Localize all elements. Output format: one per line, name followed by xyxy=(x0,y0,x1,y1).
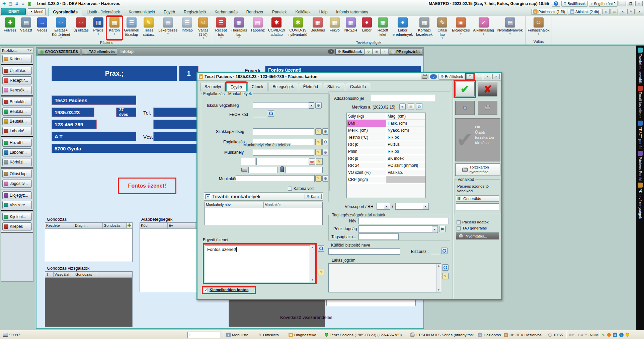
ribbon-button[interactable]: ▣ Előjegyzés▾ xyxy=(450,16,471,40)
dialog-restore-button[interactable]: ▫ xyxy=(484,74,491,79)
dialog-tab[interactable]: Életmód xyxy=(299,83,322,91)
menu-tab[interactable]: Kommunikáció xyxy=(124,8,159,16)
ribbon-button[interactable]: ✓ Alkalmasság▾ xyxy=(471,16,495,40)
ribbon-button[interactable]: ▦ Therápiás lap▾ xyxy=(229,16,249,40)
ribbon-button[interactable]: ☺ Váltás (1 fő)▾ xyxy=(195,16,211,40)
menu-button[interactable]: ▼Menü xyxy=(28,8,46,15)
ribbon-button[interactable]: ▥ Praxis▾ xyxy=(90,16,106,40)
ribbon-button[interactable]: ▤ Lekérdezés▾ xyxy=(157,16,179,40)
sidebar-button[interactable]: Receptír... xyxy=(2,76,32,84)
arrow-icon[interactable]: ⇊ xyxy=(14,1,19,6)
infolap-settings-button[interactable]: ⚙Beállítások xyxy=(335,49,364,55)
sidebar-button[interactable]: Beutalás xyxy=(2,98,32,106)
collapse-ribbon-icon[interactable]: ∧ xyxy=(636,9,643,14)
dialog-tab[interactable]: Betegségek xyxy=(268,83,298,91)
metrics-row[interactable]: Mellk. (cm) Nyakk. (cm) xyxy=(347,127,426,134)
menu-tab[interactable]: Karbantartás xyxy=(210,8,242,16)
ribbon-button[interactable]: ✱ COVID-19 nyilvántartó xyxy=(287,16,309,40)
menu-tab[interactable]: Rendszer xyxy=(242,8,268,16)
menu-tab[interactable]: infomIx tartomány xyxy=(332,8,372,16)
help-circle-button[interactable]: ? xyxy=(552,1,560,7)
ribbon-button[interactable]: ▤ Nyomtatványok▾ xyxy=(496,16,525,40)
sidebar-close-icon[interactable]: ✕ xyxy=(29,49,32,52)
dock-tab[interactable]: Páciens Portál xyxy=(638,151,643,181)
print-card-button[interactable]: Törzskarton nyomtatása xyxy=(455,163,500,176)
ribbon-button[interactable]: ☰ Gyermek törzslap xyxy=(123,16,141,40)
important-checkbox[interactable]: ✓ xyxy=(204,288,208,292)
mail-icon[interactable]: ✉ xyxy=(613,333,617,337)
country-search-button[interactable] xyxy=(441,248,448,254)
iskolai-vegzettseg-field[interactable] xyxy=(253,102,314,109)
add-icon[interactable]: ✚ xyxy=(1,1,7,6)
dropdown-button[interactable]: ▼ xyxy=(423,204,428,209)
dialog-minimize-button[interactable]: ─ xyxy=(475,74,482,79)
sidebar-button[interactable]: Laborer... xyxy=(2,148,32,156)
ribbon-button[interactable]: ✚ Felvesz xyxy=(2,16,18,40)
gear-button[interactable]: ⚙ xyxy=(315,102,322,109)
metrics-row[interactable]: Súly (kg) Mag. (cm) xyxy=(347,113,426,120)
gear-button[interactable]: ⚙ xyxy=(322,175,329,182)
windows-badge[interactable]: ▦Ablakok (2 db) xyxy=(568,9,601,15)
ribbon-button[interactable]: ▦ Kórházi kezelések xyxy=(414,16,434,40)
column-header[interactable]: Gondozás xyxy=(74,272,97,277)
print-button[interactable]: Nyomtatás... xyxy=(456,232,499,240)
barcode-field[interactable] xyxy=(456,203,499,210)
gyogyszereles-button[interactable]: ▦GYÓGYSZERELÉS xyxy=(38,49,80,55)
help-icon[interactable]: ? xyxy=(327,49,335,54)
help-button[interactable]: ●Segíthetünk? xyxy=(589,1,618,7)
tagsagi-field[interactable] xyxy=(358,233,399,240)
karb-button[interactable]: ⚙Karb. xyxy=(305,194,322,199)
add-row-button[interactable]: ✚ xyxy=(126,223,132,228)
more-jobs-header[interactable]: − További munkahelyek ⚙Karb. xyxy=(204,192,323,201)
ixnet-app-button[interactable]: IXNET xyxy=(1,8,26,15)
metrics-row[interactable]: Pmin RR bb xyxy=(347,148,426,155)
dialog-close-button[interactable]: ✕ xyxy=(492,74,500,79)
ribbon-button[interactable]: ▦ Fekvő xyxy=(327,16,343,40)
phone-field[interactable] xyxy=(248,167,278,173)
ribbon-button[interactable]: → Végez xyxy=(34,16,50,40)
dock-tab[interactable]: EESZT portál xyxy=(638,121,643,149)
metrics-row[interactable]: RR jk Pulzus xyxy=(347,141,426,148)
katona-checkbox[interactable] xyxy=(288,187,292,191)
menu-tab[interactable]: Help xyxy=(315,8,332,16)
print-icon[interactable] xyxy=(421,74,428,79)
taj-gen-checkbox[interactable] xyxy=(457,226,461,230)
ok-button[interactable]: ✔ xyxy=(455,82,475,96)
notes-button[interactable]: ✎ xyxy=(315,139,322,145)
ribbon-button[interactable]: ☰ Infolap xyxy=(179,16,195,40)
search-disabled-button[interactable] xyxy=(455,101,475,115)
lakas-scrollbar[interactable]: ▲▼ xyxy=(436,264,441,292)
ribbon-button[interactable]: ▦ NRSZH xyxy=(343,16,359,40)
metrics-row[interactable]: VO szint (%) Vitálkap. xyxy=(347,169,426,176)
sidebar-button[interactable]: Kijelent... xyxy=(2,213,32,221)
ribbon-button[interactable]: ▦ Hozott lelet xyxy=(375,16,391,40)
alert-orange-icon[interactable] xyxy=(607,333,611,337)
copy-icon[interactable]: ▤ xyxy=(8,1,13,6)
gear-button[interactable]: ⚙ xyxy=(322,128,329,135)
list-panel-icon[interactable]: ▤ xyxy=(611,9,618,14)
column-header[interactable]: Munkahely név xyxy=(205,202,264,208)
bell-icon[interactable] xyxy=(626,333,629,337)
message-scrollbar[interactable]: ▲▼ xyxy=(310,245,315,282)
ribbon-button[interactable]: ▦ Karton▾ xyxy=(106,16,123,40)
menulista-button[interactable]: ≡Menülista xyxy=(226,330,248,339)
settings-button[interactable]: ⚙Beállítások xyxy=(561,1,588,7)
info-icon[interactable]: ? xyxy=(619,333,624,337)
sidebar-button[interactable]: Laborké... xyxy=(2,127,32,135)
taj-check-button[interactable]: TAJ ellenőrzés xyxy=(82,49,117,55)
close-button[interactable]: ✕ xyxy=(635,1,643,6)
active-patient-status[interactable]: Teszt Paciens (1985.03.23) (123-456-789) xyxy=(325,330,402,339)
list-icon[interactable]: ≡ xyxy=(20,1,26,6)
print-disabled-button[interactable] xyxy=(478,101,497,115)
sidebar-button[interactable]: Beutalá... xyxy=(2,117,32,125)
ribbon-button[interactable]: ▤ Táppénz xyxy=(249,16,266,40)
column-header[interactable]: Kezdete xyxy=(45,223,74,228)
pin-red-icon[interactable]: ⍑ xyxy=(466,74,474,79)
dock-tab[interactable]: Email kezelések xyxy=(638,86,643,119)
cancel-button[interactable]: ✘ xyxy=(478,82,497,96)
column-header[interactable]: Kód xyxy=(140,223,168,228)
penzt-field[interactable] xyxy=(358,225,438,233)
notes-button[interactable]: ✎ xyxy=(315,175,322,182)
tax-id-field[interactable] xyxy=(371,95,435,101)
sidebar-button[interactable]: Jogosítv... xyxy=(2,180,32,188)
